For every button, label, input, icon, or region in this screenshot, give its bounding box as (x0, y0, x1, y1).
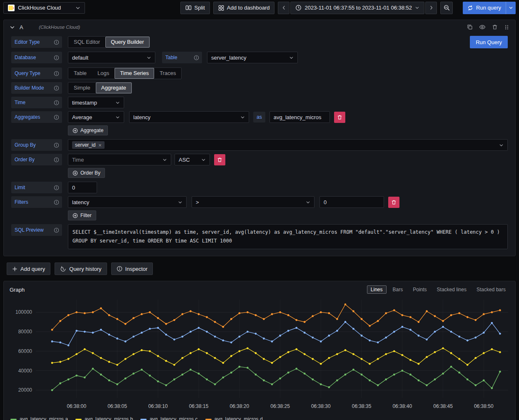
legend-item[interactable]: avg_latency_micros d (205, 416, 263, 420)
svg-text:06:38:45: 06:38:45 (433, 403, 453, 409)
query-ref-id[interactable]: A (20, 24, 23, 30)
viz-option-points[interactable]: Points (409, 285, 430, 294)
legend-label: avg_latency_micros c (150, 416, 197, 420)
info-icon (54, 40, 59, 45)
group-by-select[interactable]: server_id× (68, 139, 508, 151)
builder-mode-option-aggregate[interactable]: Aggregate (96, 82, 132, 93)
duplicate-query-icon[interactable] (467, 24, 473, 30)
aggregate-function-select[interactable]: Average (68, 111, 124, 123)
editor-type-option-sql-editor[interactable]: SQL Editor (68, 37, 105, 48)
group-by-tag[interactable]: server_id× (72, 141, 105, 149)
query-type-option-logs[interactable]: Logs (92, 68, 115, 79)
time-range-picker[interactable]: 2023-11-01 06:37:55 to 2023-11-01 06:38:… (290, 2, 424, 14)
run-query-button[interactable]: Run query (463, 2, 506, 14)
legend-label: avg_latency_micros b (85, 416, 133, 420)
graph-panel: Graph LinesBarsPointsStacked linesStacke… (3, 281, 516, 420)
viz-option-stacked-lines[interactable]: Stacked lines (433, 285, 470, 294)
svg-text:06:38:00: 06:38:00 (67, 403, 86, 409)
chevron-right-icon (429, 5, 434, 10)
datasource-hint: (ClickHouse Cloud) (39, 25, 80, 30)
query-type-option-time-series[interactable]: Time Series (115, 68, 154, 79)
limit-input[interactable] (68, 182, 97, 193)
add-filter-button[interactable]: Filter (68, 210, 96, 220)
zoom-out-icon (444, 5, 450, 11)
legend-color-swatch (205, 419, 212, 420)
datasource-picker[interactable]: ClickHouse Cloud (3, 2, 85, 14)
editor-type-radio-group: SQL EditorQuery Builder (68, 36, 150, 48)
table-label: Table (162, 52, 202, 63)
query-type-option-traces[interactable]: Traces (154, 68, 181, 79)
split-icon (185, 5, 192, 11)
plus-circle-icon (72, 128, 78, 133)
drag-handle-icon[interactable] (504, 25, 509, 30)
svg-text:20000: 20000 (18, 387, 32, 393)
query-type-option-table[interactable]: Table (68, 68, 92, 79)
filter-operator-select[interactable]: > (192, 196, 314, 208)
split-button[interactable]: Split (180, 2, 210, 14)
editor-type-option-query-builder[interactable]: Query Builder (105, 37, 149, 48)
alias-input[interactable] (269, 111, 330, 123)
svg-text:40000: 40000 (18, 368, 32, 374)
history-icon (60, 266, 66, 272)
as-badge: as (253, 112, 265, 122)
filter-field-select[interactable]: latency (68, 196, 187, 208)
run-query-dropdown[interactable] (506, 2, 516, 14)
order-by-label: Order By (11, 154, 62, 165)
time-range-controls: 2023-11-01 06:37:55 to 2023-11-01 06:38:… (278, 2, 437, 14)
info-icon (54, 100, 59, 105)
order-by-field-select[interactable]: Time (68, 154, 171, 165)
viz-option-bars[interactable]: Bars (389, 285, 407, 294)
svg-text:06:38:30: 06:38:30 (311, 403, 331, 409)
sql-preview-label: SQL Preview (11, 224, 62, 236)
time-field-select[interactable]: timestamp (68, 97, 124, 108)
chevron-down-icon (75, 5, 80, 10)
query-history-button[interactable]: Query history (55, 262, 107, 275)
clickhouse-logo-icon (8, 5, 15, 11)
legend-item[interactable]: avg_latency_micros a (10, 416, 68, 420)
query-editor-header: A (ClickHouse Cloud) (4, 20, 515, 34)
viz-option-stacked-bars[interactable]: Stacked bars (473, 285, 509, 294)
legend-item[interactable]: avg_latency_micros c (140, 416, 197, 420)
inspector-button[interactable]: Inspector (111, 262, 153, 275)
remove-tag-icon[interactable]: × (98, 142, 102, 148)
info-icon (54, 142, 59, 148)
group-by-label: Group By (11, 139, 62, 151)
sql-preview-text: SELECT $__timeInterval(timestamp) as tim… (68, 224, 508, 249)
filter-value-input[interactable] (319, 196, 384, 208)
builder-mode-option-simple[interactable]: Simple (68, 82, 96, 93)
timeseries-chart[interactable]: 2000040000600008000010000006:38:0006:38:… (7, 295, 512, 415)
add-aggregate-button[interactable]: Aggregate (68, 125, 108, 135)
info-icon (54, 157, 59, 162)
remove-filter-button[interactable] (388, 197, 399, 208)
query-type-label: Query Type (11, 68, 62, 79)
remove-order-by-button[interactable] (214, 154, 225, 165)
svg-text:06:38:50: 06:38:50 (474, 403, 494, 409)
add-query-button[interactable]: Add query (7, 262, 50, 275)
order-by-direction-select[interactable]: ASC (175, 154, 210, 165)
time-range-back-button[interactable] (278, 2, 289, 14)
database-select[interactable]: default (68, 52, 155, 63)
remove-aggregate-button[interactable] (334, 112, 345, 123)
explore-actions: Add query Query history Inspector (7, 262, 512, 275)
add-order-by-button[interactable]: Order By (68, 168, 105, 178)
time-label: Time (11, 97, 62, 108)
table-select[interactable]: server_latency (207, 52, 298, 63)
svg-text:06:38:15: 06:38:15 (189, 403, 209, 409)
toggle-visibility-icon[interactable] (479, 24, 486, 30)
viz-option-lines[interactable]: Lines (367, 285, 387, 294)
delete-query-icon[interactable] (492, 24, 498, 30)
collapse-chevron-icon[interactable] (10, 25, 15, 30)
add-to-dashboard-button[interactable]: Add to dashboard (213, 2, 275, 14)
trash-icon (217, 157, 222, 162)
info-icon (54, 200, 59, 205)
svg-text:60000: 60000 (18, 348, 32, 354)
trash-icon (337, 115, 342, 120)
legend-item[interactable]: avg_latency_micros b (75, 416, 133, 420)
datasource-label: ClickHouse Cloud (18, 5, 61, 11)
time-range-forward-button[interactable] (425, 2, 437, 14)
aggregate-column-select[interactable]: latency (129, 111, 249, 123)
run-query-panel-button[interactable]: Run Query (470, 36, 508, 48)
zoom-out-button[interactable] (440, 2, 453, 14)
apps-icon (218, 5, 224, 11)
graph-title: Graph (10, 287, 25, 293)
